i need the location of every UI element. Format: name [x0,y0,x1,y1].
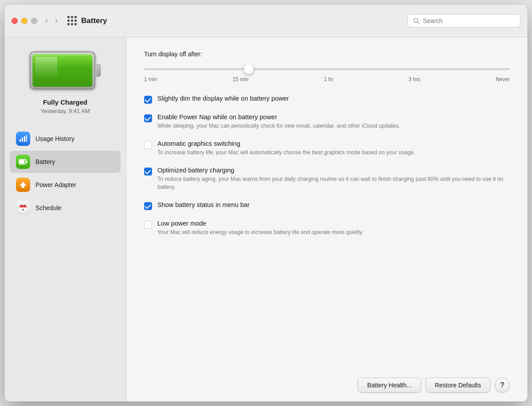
checkbox-content-power-nap: Enable Power Nap while on battery powerW… [157,113,400,130]
checkboxes-container: Slightly dim the display while on batter… [144,95,510,246]
checkbox-item-optimized-charging: Optimized battery chargingTo reduce batt… [144,167,510,192]
checkbox-item-dim-display: Slightly dim the display while on batter… [144,95,510,104]
restore-defaults-button[interactable]: Restore Defaults [426,378,490,393]
svg-rect-16 [24,204,25,207]
checkbox-wrap-dim-display [144,96,152,104]
checkbox-content-auto-graphics: Automatic graphics switchingTo increase … [157,140,415,157]
slider-label-never: Never [496,76,510,82]
checkbox-label-optimized-charging: Optimized battery charging [157,167,510,174]
search-input[interactable] [423,17,515,24]
bottom-bar: Battery Health... Restore Defaults ? [144,369,510,393]
slider-label-1min: 1 min [144,76,157,82]
checkbox-label-auto-graphics: Automatic graphics switching [157,140,415,147]
checkbox-low-power[interactable] [144,221,152,229]
search-icon [413,18,419,24]
checkbox-content-optimized-charging: Optimized battery chargingTo reduce batt… [157,167,510,192]
checkbox-power-nap[interactable] [144,114,152,122]
checkbox-content-dim-display: Slightly dim the display while on batter… [157,95,289,103]
checkbox-wrap-auto-graphics [144,141,152,149]
checkbox-item-power-nap: Enable Power Nap while on battery powerW… [144,113,510,130]
svg-rect-4 [24,136,25,142]
slider-section: Turn display off after: 1 min 15 min 1 h… [144,51,510,82]
sidebar-item-label-battery: Battery [35,158,55,165]
checkbox-auto-graphics[interactable] [144,141,152,149]
help-button[interactable]: ? [495,378,510,393]
forward-button[interactable]: › [52,14,60,27]
checkbox-wrap-optimized-charging [144,168,152,176]
search-box[interactable] [407,14,520,27]
checkbox-item-show-status: Show battery status in menu bar [144,201,510,210]
svg-rect-15 [21,204,22,207]
display-off-slider[interactable] [144,68,510,70]
sidebar-nav: Usage History Battery [4,128,126,220]
nav-arrows: ‹ › [43,14,60,27]
power-adapter-icon [16,178,30,192]
checkbox-show-status[interactable] [144,202,152,210]
grid-icon[interactable] [67,16,77,25]
battery-icon-wrap [30,51,101,90]
titlebar: ‹ › Battery [4,4,528,37]
svg-text:31: 31 [22,208,25,211]
checkbox-dim-display[interactable] [144,96,152,104]
battery-health-button[interactable]: Battery Health... [358,378,421,393]
slider-label-1hr: 1 hr [324,76,333,82]
content-area: Fully Charged Yesterday, 9:41 AM Usage H… [4,37,528,402]
sidebar-item-label-power-adapter: Power Adapter [35,181,76,188]
checkbox-wrap-show-status [144,202,152,210]
main-panel: Turn display off after: 1 min 15 min 1 h… [126,37,528,402]
close-button[interactable] [12,18,18,24]
back-button[interactable]: ‹ [43,14,51,27]
svg-rect-3 [22,137,23,142]
checkbox-desc-optimized-charging: To reduce battery aging, your Mac learns… [157,175,510,192]
checkbox-desc-auto-graphics: To increase battery life, your Mac will … [157,148,415,157]
battery-status-title: Fully Charged [40,98,90,106]
svg-line-1 [418,22,419,23]
checkbox-item-low-power: Low power modeYour Mac will reduce energ… [144,220,510,237]
checkbox-content-show-status: Show battery status in menu bar [157,201,250,210]
schedule-icon: 31 [16,201,30,215]
battery-visual [30,51,101,90]
svg-rect-2 [20,139,21,142]
slider-title: Turn display off after: [144,51,510,58]
slider-label-3hrs: 3 hrs [408,76,420,82]
sidebar-item-schedule[interactable]: 31 Schedule [10,197,121,219]
sidebar-item-label-schedule: Schedule [35,204,61,211]
sidebar-item-battery[interactable]: Battery [10,151,121,173]
battery-tip [96,64,101,77]
main-window: ‹ › Battery [4,4,528,402]
minimize-button[interactable] [21,18,27,24]
checkbox-wrap-low-power [144,221,152,229]
checkbox-label-show-status: Show battery status in menu bar [157,201,250,208]
sidebar-item-power-adapter[interactable]: Power Adapter [10,174,121,196]
battery-status: Fully Charged Yesterday, 9:41 AM [40,98,90,114]
svg-rect-5 [26,135,27,142]
checkbox-label-dim-display: Slightly dim the display while on batter… [157,95,289,102]
sidebar-item-label-usage-history: Usage History [35,135,74,142]
checkbox-label-low-power: Low power mode [157,220,363,227]
checkbox-content-low-power: Low power modeYour Mac will reduce energ… [157,220,363,237]
window-title: Battery [81,16,407,25]
battery-fill [32,54,93,87]
battery-shine [35,57,57,76]
checkbox-optimized-charging[interactable] [144,168,152,176]
slider-label-15min: 15 min [232,76,248,82]
battery-body [30,51,95,90]
checkbox-wrap-power-nap [144,114,152,122]
checkbox-label-power-nap: Enable Power Nap while on battery power [157,113,400,121]
battery-nav-icon [16,155,30,169]
svg-rect-13 [20,207,27,207]
slider-labels: 1 min 15 min 1 hr 3 hrs Never [144,76,510,82]
battery-status-time: Yesterday, 9:41 AM [40,108,90,114]
sidebar-item-usage-history[interactable]: Usage History [10,128,121,150]
sidebar: Fully Charged Yesterday, 9:41 AM Usage H… [4,37,126,402]
checkbox-desc-power-nap: While sleeping, your Mac can periodicall… [157,122,400,130]
maximize-button[interactable] [31,18,37,24]
svg-marker-9 [20,182,27,188]
usage-history-icon [16,132,30,146]
checkbox-item-auto-graphics: Automatic graphics switchingTo increase … [144,140,510,157]
svg-rect-8 [26,161,27,163]
checkbox-desc-low-power: Your Mac will reduce energy usage to inc… [157,228,363,237]
traffic-lights [12,18,37,24]
svg-rect-7 [20,160,24,164]
